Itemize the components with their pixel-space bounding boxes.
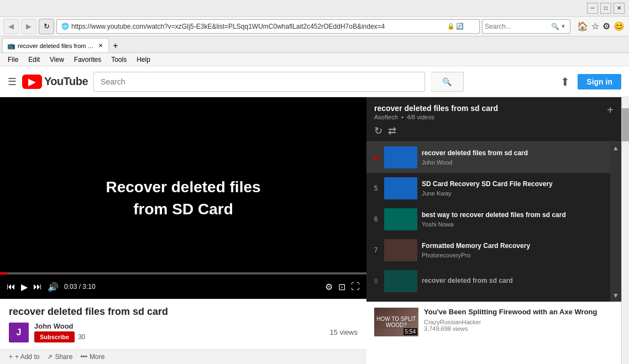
video-meta: J John Wood Subscribe 30 15 views: [9, 322, 358, 342]
right-panel: recover deleted files from sd card Asoft…: [366, 97, 621, 364]
window-controls: ─ □ ✕: [587, 3, 625, 14]
playlist-item-channel: John Wood: [422, 159, 605, 166]
more-label: More: [90, 353, 104, 361]
menu-tools[interactable]: Tools: [107, 55, 131, 65]
menu-bar: File Edit View Favorites Tools Help: [0, 53, 629, 66]
menu-help[interactable]: Help: [132, 55, 155, 65]
video-title: recover deleted files from sd card: [9, 306, 358, 318]
menu-favorites[interactable]: Favorites: [70, 55, 106, 65]
playlist-item[interactable]: 6 best way to recover deleted files from…: [366, 204, 610, 235]
youtube-search-button[interactable]: 🔍: [431, 72, 464, 92]
settings-button[interactable]: ⚙: [325, 282, 333, 292]
address-bar: ◀ ▶ ↻ 🌐 https://www.youtube.com/watch?v=…: [0, 17, 629, 36]
browser-search-bar[interactable]: 🔍 ▼: [482, 19, 570, 34]
miniplayer-button[interactable]: ⊡: [338, 282, 345, 292]
playlist-item-info: Formatted Memory Card Recovery Photoreco…: [422, 242, 605, 259]
url-icons: 🔒 🔄: [447, 23, 464, 30]
menu-file[interactable]: File: [3, 55, 23, 65]
browser-search-input[interactable]: [485, 23, 551, 30]
playlist-item-title: recover deleted from sd card: [422, 277, 605, 286]
playlist-add-button[interactable]: +: [607, 104, 614, 117]
add-to-button[interactable]: + + Add to: [9, 353, 39, 361]
active-tab[interactable]: 📺 recover deleted files from s... ✕: [2, 38, 109, 52]
scroll-up-button[interactable]: ▲: [612, 144, 619, 152]
suggestion-title: You've Been Splitting Firewood with an A…: [424, 308, 614, 317]
video-controls: ⏮ ▶ ⏭ 🔊 0:03 / 3:10 ⚙ ⊡ ⛶: [0, 275, 366, 299]
outer-scrollbar[interactable]: [621, 97, 629, 364]
playlist-panel: recover deleted files from sd card Asoft…: [366, 97, 621, 302]
tab-favicon: 📺: [7, 42, 15, 50]
upload-button[interactable]: ⬆: [560, 75, 570, 88]
maximize-button[interactable]: □: [600, 3, 611, 14]
playlist-item[interactable]: 5 SD Card Recovery SD Card File Recovery…: [366, 173, 610, 204]
add-to-label: + Add to: [15, 353, 39, 361]
playlist-item[interactable]: 7 Formatted Memory Card Recovery Photore…: [366, 235, 610, 266]
playlist-item-num: 7: [372, 246, 380, 254]
playlist-item-channel: June Kway: [422, 190, 605, 197]
video-controls-right: ⚙ ⊡ ⛶: [325, 282, 360, 292]
menu-edit[interactable]: Edit: [24, 55, 44, 65]
url-bar[interactable]: 🌐 https://www.youtube.com/watch?v=xzGIj5…: [56, 19, 480, 34]
forward-button[interactable]: ▶: [21, 19, 36, 34]
scroll-down-button[interactable]: ▼: [612, 292, 619, 299]
subscriber-count: 30: [78, 333, 85, 341]
playlist-item-thumbnail: [384, 208, 417, 230]
playlist-item-channel: PhotorecoveryPro: [422, 252, 605, 259]
video-area: Recover deleted files from SD Card ⏮ ▶ ⏭…: [0, 97, 366, 364]
playlist-header: recover deleted files from sd card Asoft…: [366, 97, 621, 142]
suggestion-views: 3,749,698 views: [424, 325, 614, 332]
video-overlay-text: Recover deleted files from SD Card: [106, 176, 260, 219]
fullscreen-button[interactable]: ⛶: [351, 282, 360, 292]
more-button[interactable]: ••• More: [80, 353, 104, 361]
subscribe-button[interactable]: Subscribe: [34, 331, 75, 342]
share-icon: ↗: [47, 353, 53, 361]
playlist-item-channel: Yoshi Nowa: [422, 221, 605, 228]
playlist-item-num: 5: [372, 184, 380, 192]
tab-close-button[interactable]: ✕: [97, 41, 104, 50]
playlist-item-thumbnail: [384, 270, 417, 292]
scrollbar-thumb[interactable]: [622, 108, 629, 141]
smile-icon[interactable]: 😊: [612, 20, 626, 33]
video-player[interactable]: Recover deleted files from SD Card ⏮ ▶ ⏭…: [0, 97, 366, 299]
menu-view[interactable]: View: [45, 55, 69, 65]
tab-title: recover deleted files from s...: [18, 43, 95, 49]
play-icon: ▶: [28, 76, 36, 88]
playlist-items: ▶ recover deleted files from sd card Joh…: [366, 142, 610, 302]
playlist-item[interactable]: ▶ recover deleted files from sd card Joh…: [366, 142, 610, 173]
minimize-button[interactable]: ─: [587, 3, 598, 14]
playlist-item-num: 6: [372, 215, 380, 223]
volume-button[interactable]: 🔊: [48, 282, 59, 292]
back-button[interactable]: ◀: [3, 19, 19, 34]
hamburger-icon[interactable]: ☰: [8, 76, 17, 88]
playlist-item-title: SD Card Recovery SD Card File Recovery: [422, 180, 605, 189]
settings-icon[interactable]: ⚙: [601, 20, 611, 33]
playlist-item-info: recover deleted from sd card: [422, 277, 605, 286]
more-icon: •••: [80, 353, 87, 361]
share-button[interactable]: ↗ Share: [47, 353, 72, 361]
play-button[interactable]: ▶: [21, 282, 28, 292]
playlist-title: recover deleted files from sd card: [374, 104, 607, 113]
prev-button[interactable]: ⏮: [7, 282, 15, 292]
now-playing-icon: ▶: [372, 154, 380, 161]
refresh-button[interactable]: ↻: [39, 19, 54, 34]
loop-button[interactable]: ↻: [374, 125, 382, 137]
playlist-item-title: best way to recover deleted files from s…: [422, 211, 605, 220]
view-count: 15 views: [329, 328, 358, 336]
playlist-item[interactable]: 8 recover deleted from sd card: [366, 266, 610, 297]
playlist-item-info: SD Card Recovery SD Card File Recovery J…: [422, 180, 605, 197]
add-icon: +: [9, 353, 13, 361]
youtube-search-input[interactable]: [93, 72, 425, 92]
home-icon[interactable]: 🏠: [576, 20, 589, 33]
youtube-logo[interactable]: ▶ YouTube: [22, 75, 88, 89]
search-dropdown-icon[interactable]: ▼: [560, 23, 566, 29]
new-tab-button[interactable]: +: [109, 39, 122, 52]
youtube-header: ☰ ▶ YouTube 🔍 ⬆ Sign in: [0, 66, 629, 97]
next-button[interactable]: ⏭: [33, 282, 42, 292]
star-icon[interactable]: ☆: [590, 20, 600, 33]
close-button[interactable]: ✕: [614, 3, 625, 14]
suggestion-info: You've Been Splitting Firewood with an A…: [424, 308, 614, 332]
sign-in-button[interactable]: Sign in: [578, 74, 621, 89]
shuffle-button[interactable]: ⇄: [388, 125, 396, 137]
channel-avatar: J: [9, 323, 29, 342]
suggestion-item[interactable]: HOW TO SPLIT WOOD? 5:54 You've Been Spli…: [374, 308, 614, 336]
